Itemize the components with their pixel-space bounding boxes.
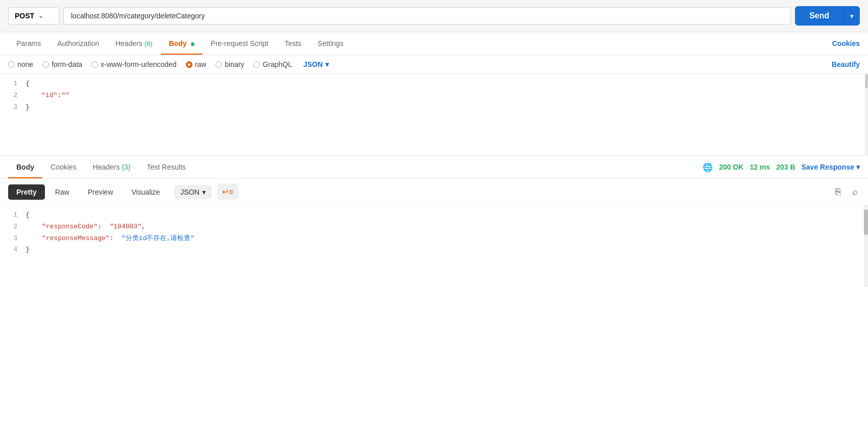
radio-binary[interactable]: binary [215, 60, 244, 68]
response-size: 203 B [776, 163, 795, 171]
radio-none-label: none [17, 60, 33, 68]
request-body-editor[interactable]: 1 { 2 "id":"" 3 } [0, 74, 868, 156]
line-3-content: } [26, 102, 30, 113]
code-line-2: 2 "id":"" [0, 90, 868, 102]
resp-line-number-4: 4 [0, 245, 26, 255]
code-line-3: 3 } [0, 102, 868, 113]
url-input[interactable] [63, 7, 791, 25]
line-number-1: 1 [0, 79, 26, 89]
tab-settings[interactable]: Settings [309, 32, 352, 55]
method-select[interactable]: POST ⌄ [8, 7, 59, 25]
response-meta: 🌐 200 OK 12 ms 203 B Save Response ▾ [703, 162, 860, 172]
resp-line-3-content: "responseMessage": "分类id不存在,请检查" [26, 233, 195, 244]
view-visualize-button[interactable]: Visualize [124, 184, 168, 200]
send-btn-group: Send ▾ [795, 6, 860, 26]
json-dropdown-chevron-icon: ▾ [325, 60, 329, 68]
search-response-button[interactable]: ⌕ [850, 184, 860, 199]
body-active-dot [191, 42, 195, 46]
word-wrap-button[interactable]: ↵≡ [217, 184, 238, 200]
radio-none[interactable]: none [8, 60, 33, 68]
radio-raw[interactable]: raw [186, 60, 207, 68]
radio-graphql-label: GraphQL [262, 60, 292, 68]
view-raw-button[interactable]: Raw [47, 184, 78, 200]
view-pretty-button[interactable]: Pretty [8, 184, 45, 200]
request-tab-bar: Params Authorization Headers (8) Body Pr… [0, 32, 868, 55]
body-type-bar: none form-data x-www-form-urlencoded raw… [0, 55, 868, 74]
radio-graphql[interactable]: GraphQL [253, 60, 292, 68]
line-2-content: "id":"" [26, 90, 69, 101]
status-code: 200 OK [719, 163, 743, 171]
response-time: 12 ms [750, 163, 770, 171]
tab-body[interactable]: Body [161, 32, 203, 55]
editor-scrollbar-track [865, 74, 868, 155]
send-button[interactable]: Send [795, 6, 843, 26]
method-chevron-icon: ⌄ [38, 12, 43, 19]
response-scrollbar-track [864, 205, 868, 287]
line-number-3: 3 [0, 102, 26, 113]
resp-line-4-content: } [26, 245, 30, 255]
send-dropdown-button[interactable]: ▾ [843, 6, 860, 26]
resp-code-line-3: 3 "responseMessage": "分类id不存在,请检查" [0, 233, 868, 245]
radio-raw-label: raw [195, 60, 207, 68]
resp-code-line-1: 1 { [0, 209, 868, 221]
response-json-dropdown[interactable]: JSON ▾ [174, 185, 211, 199]
response-tab-test-results[interactable]: Test Results [139, 156, 194, 178]
resp-line-2-content: "responseCode": "104003", [26, 222, 146, 232]
response-scrollbar-thumb [864, 209, 868, 235]
method-label: POST [15, 12, 34, 20]
radio-urlencoded-circle [91, 61, 98, 68]
json-format-dropdown[interactable]: JSON ▾ [303, 60, 329, 68]
response-section: Body Cookies Headers (3) Test Results 🌐 … [0, 156, 868, 287]
save-response-chevron-icon: ▾ [856, 163, 860, 171]
response-tab-body[interactable]: Body [8, 156, 42, 178]
radio-none-circle [8, 61, 15, 68]
response-toolbar: Pretty Raw Preview Visualize JSON ▾ ↵≡ ⎘… [0, 179, 868, 205]
radio-binary-label: binary [225, 60, 244, 68]
globe-icon: 🌐 [703, 162, 713, 172]
tab-pre-request-script[interactable]: Pre-request Script [203, 32, 277, 55]
resp-json-chevron-icon: ▾ [202, 188, 206, 196]
line-number-2: 2 [0, 90, 26, 101]
radio-raw-circle [186, 61, 192, 68]
save-response-button[interactable]: Save Response ▾ [802, 163, 860, 171]
code-line-1: 1 { [0, 78, 868, 90]
view-preview-button[interactable]: Preview [80, 184, 122, 200]
resp-line-number-2: 2 [0, 222, 26, 232]
response-code-area: 1 { 2 "responseCode": "104003", 3 "respo… [0, 205, 868, 287]
cookies-link[interactable]: Cookies [832, 32, 860, 55]
radio-form-data-circle [42, 61, 49, 68]
radio-graphql-circle [253, 61, 260, 68]
resp-code-line-2: 2 "responseCode": "104003", [0, 221, 868, 233]
radio-form-data[interactable]: form-data [42, 60, 82, 68]
response-code-editor: 1 { 2 "responseCode": "104003", 3 "respo… [0, 205, 868, 287]
tab-authorization[interactable]: Authorization [49, 32, 107, 55]
response-tab-bar: Body Cookies Headers (3) Test Results 🌐 … [0, 156, 868, 179]
resp-line-number-3: 3 [0, 233, 26, 244]
radio-form-data-label: form-data [52, 60, 82, 68]
copy-response-button[interactable]: ⎘ [833, 184, 843, 199]
radio-urlencoded-label: x-www-form-urlencoded [101, 60, 177, 68]
beautify-button[interactable]: Beautify [832, 60, 860, 68]
response-tab-headers[interactable]: Headers (3) [85, 156, 139, 178]
url-bar: POST ⌄ Send ▾ [0, 0, 868, 32]
tab-params[interactable]: Params [8, 32, 49, 55]
resp-code-line-4: 4 } [0, 244, 868, 256]
resp-line-1-content: { [26, 210, 30, 221]
resp-line-number-1: 1 [0, 210, 26, 221]
tab-headers[interactable]: Headers (8) [107, 32, 161, 55]
line-1-content: { [26, 79, 30, 89]
radio-urlencoded[interactable]: x-www-form-urlencoded [91, 60, 177, 68]
radio-binary-circle [215, 61, 222, 68]
tab-tests[interactable]: Tests [276, 32, 309, 55]
response-tab-cookies[interactable]: Cookies [42, 156, 85, 178]
editor-scrollbar-thumb [865, 74, 868, 88]
response-actions: ⎘ ⌕ [833, 184, 860, 199]
